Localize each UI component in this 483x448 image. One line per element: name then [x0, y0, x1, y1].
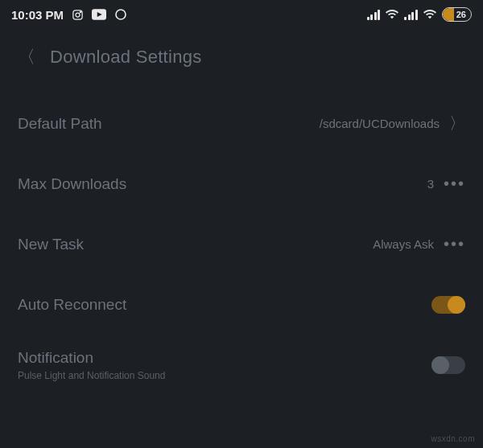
battery-fill-icon: [443, 8, 454, 21]
row-auto-reconnect: Auto Reconnect: [18, 274, 465, 335]
settings-list: Default Path /sdcard/UCDownloads 〉 Max D…: [0, 93, 483, 395]
wifi-icon: [423, 8, 436, 21]
youtube-icon: [92, 9, 106, 20]
status-bar-right: 26: [367, 7, 472, 22]
notification-toggle[interactable]: [431, 356, 465, 374]
svg-point-1: [76, 13, 80, 17]
battery-indicator: 26: [442, 7, 472, 22]
max-downloads-value-wrap: 3 •••: [427, 175, 465, 193]
more-dots-icon: •••: [444, 235, 465, 253]
row-default-path[interactable]: Default Path /sdcard/UCDownloads 〉: [18, 93, 465, 154]
toggle-knob-icon: [431, 356, 449, 374]
new-task-value-wrap: Always Ask •••: [373, 235, 465, 253]
more-dots-icon: •••: [444, 175, 465, 193]
battery-percent: 26: [454, 10, 466, 19]
auto-reconnect-toggle[interactable]: [431, 296, 465, 314]
default-path-label: Default Path: [18, 115, 102, 133]
toggle-knob-icon: [448, 296, 465, 314]
status-bar: 10:03 PM 26: [0, 0, 483, 29]
new-task-label: New Task: [18, 236, 84, 253]
svg-point-4: [116, 10, 126, 19]
auto-reconnect-label: Auto Reconnect: [18, 296, 126, 314]
row-new-task[interactable]: New Task Always Ask •••: [18, 214, 465, 274]
signal-icon: [367, 9, 381, 20]
clock: 10:03 PM: [11, 8, 64, 22]
notification-sublabel: Pulse Light and Notification Sound: [18, 370, 165, 381]
watermark: wsxdn.com: [431, 434, 475, 443]
chevron-right-icon: 〉: [449, 113, 465, 134]
default-path-value: /sdcard/UCDownloads: [320, 117, 440, 130]
notification-label-col: Notification Pulse Light and Notificatio…: [18, 349, 165, 381]
back-icon[interactable]: 〈: [18, 45, 35, 69]
max-downloads-value: 3: [427, 177, 434, 191]
notification-label: Notification: [18, 349, 165, 367]
row-notification: Notification Pulse Light and Notificatio…: [18, 335, 465, 395]
page-header: 〈 Download Settings: [0, 29, 483, 93]
row-max-downloads[interactable]: Max Downloads 3 •••: [18, 154, 465, 214]
new-task-value: Always Ask: [373, 237, 434, 251]
instagram-icon: [72, 9, 84, 21]
circle-icon: [114, 8, 127, 21]
page-title: Download Settings: [50, 47, 202, 68]
wifi-sync-icon: [386, 8, 398, 21]
status-bar-left: 10:03 PM: [11, 8, 127, 22]
signal-icon-2: [404, 9, 418, 20]
max-downloads-label: Max Downloads: [18, 175, 126, 193]
default-path-value-wrap: /sdcard/UCDownloads 〉: [320, 113, 465, 134]
svg-point-2: [80, 11, 80, 12]
